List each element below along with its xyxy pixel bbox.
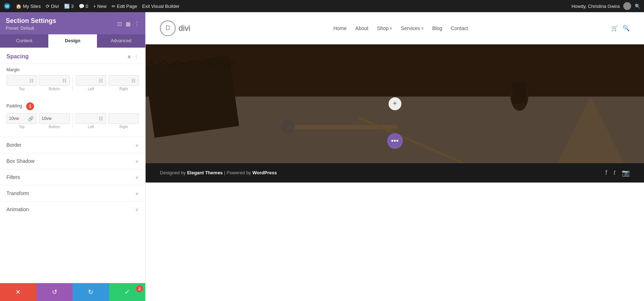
padding-group: Padding 1 🔗 Top Bo [0, 99, 145, 137]
more-options-icon[interactable]: ⋮ [134, 21, 140, 27]
border-row[interactable]: Border ∨ [0, 137, 145, 153]
padding-right-input[interactable] [111, 116, 136, 121]
wp-logo-link[interactable]: W [4, 3, 11, 10]
padding-bottom-label: Bottom [49, 125, 60, 129]
border-chevron-icon: ∨ [135, 142, 139, 148]
hero-add-button[interactable]: + [389, 97, 401, 110]
margin-divider [73, 75, 73, 91]
padding-left-group: ⛓ Left [76, 113, 106, 129]
padding-left-input-wrap[interactable]: ⛓ [76, 113, 106, 124]
exit-builder-link[interactable]: Exit Visual Builder [142, 4, 180, 9]
margin-bottom-group: ⛓ Bottom [39, 75, 69, 91]
panel-subtitle: Preset: Default [6, 26, 56, 31]
box-shadow-row[interactable]: Box Shadow ∨ [0, 153, 145, 169]
padding-left-link-icon[interactable]: ⛓ [98, 116, 103, 121]
search-nav-icon[interactable]: 🔍 [623, 25, 630, 31]
margin-right-link-icon[interactable]: ⛓ [131, 78, 136, 83]
services-chevron-icon: ∨ [421, 26, 424, 30]
hero-section: + ••• [146, 44, 644, 163]
cancel-icon: ✕ [15, 288, 21, 296]
margin-top-link-icon[interactable]: ⛓ [29, 78, 34, 83]
hero-more-button[interactable]: ••• [387, 133, 403, 149]
save-icon: ✓ [125, 288, 130, 296]
padding-top-input[interactable] [9, 116, 27, 121]
filters-row[interactable]: Filters ∨ [0, 169, 145, 185]
nav-shop[interactable]: Shop ∨ [377, 25, 392, 31]
margin-top-label: Top [19, 87, 25, 91]
spacing-more-icon[interactable]: ⋮ [134, 54, 139, 59]
undo-button[interactable]: ↺ [36, 283, 73, 301]
margin-right-input-wrap[interactable]: ⛓ [108, 75, 139, 86]
edit-page-link[interactable]: ✏ Edit Page [112, 4, 137, 9]
comments-link[interactable]: 💬 0 [79, 4, 88, 9]
wordpress-link[interactable]: WordPress [252, 170, 277, 175]
spacing-header-right: ∧ ⋮ [127, 54, 139, 59]
panel-content: Spacing ∧ ⋮ Margin ⛓ Top [0, 48, 145, 283]
margin-bottom-input[interactable] [42, 78, 61, 83]
padding-top-input-wrap[interactable]: 🔗 [6, 113, 37, 124]
animation-row[interactable]: Animation ∨ [0, 201, 145, 217]
twitter-icon[interactable]: t [614, 169, 615, 177]
padding-link-icon[interactable]: 🔗 [28, 116, 34, 121]
collapse-spacing-btn[interactable]: ∧ [127, 54, 131, 59]
transform-chevron-icon: ∨ [135, 191, 139, 196]
transform-row[interactable]: Transform ∨ [0, 185, 145, 201]
transform-label: Transform [6, 190, 29, 196]
cart-icon[interactable]: 🛒 [611, 25, 618, 31]
nav-blog[interactable]: Blog [432, 25, 442, 31]
margin-bottom-input-wrap[interactable]: ⛓ [39, 75, 69, 86]
margin-left-input-wrap[interactable]: ⛓ [76, 75, 106, 86]
padding-label-row: Padding 1 [6, 102, 139, 110]
footer-social: f t 📷 [605, 169, 630, 177]
tab-advanced[interactable]: Advanced [97, 34, 145, 48]
margin-label: Margin [6, 67, 139, 72]
redo-icon: ↻ [88, 288, 93, 296]
padding-right-label: Right [119, 125, 128, 129]
margin-left-link-icon[interactable]: ⛓ [98, 78, 103, 83]
facebook-icon[interactable]: f [605, 169, 607, 177]
avatar [623, 2, 631, 10]
new-link[interactable]: + New [93, 4, 107, 9]
nav-about[interactable]: About [355, 25, 369, 31]
padding-left-input[interactable] [78, 116, 98, 121]
margin-top-input[interactable] [9, 78, 28, 83]
padding-bottom-input[interactable] [42, 116, 67, 121]
cancel-button[interactable]: ✕ [0, 283, 36, 301]
save-button[interactable]: ✓ 2 [109, 283, 146, 301]
tab-content[interactable]: Content [0, 34, 48, 48]
footer-mid: | Powered by [224, 170, 252, 175]
footer-text: Designed by Elegant Themes | Powered by … [160, 170, 277, 175]
nav-services[interactable]: Services ∨ [401, 25, 424, 31]
margin-top-input-wrap[interactable]: ⛓ [6, 75, 37, 86]
panel-header-icons: ⊡ ▦ ⋮ [117, 21, 140, 27]
padding-bottom-input-wrap[interactable] [39, 113, 69, 124]
resize-icon[interactable]: ⊡ [117, 21, 122, 27]
comments-count[interactable]: 🔄 3 [64, 4, 74, 9]
nav-home[interactable]: Home [333, 25, 347, 31]
nav-contact[interactable]: Contact [451, 25, 468, 31]
border-label: Border [6, 142, 21, 148]
margin-left-input[interactable] [78, 78, 98, 83]
layout-icon[interactable]: ▦ [126, 21, 131, 27]
padding-top-label: Top [19, 125, 25, 129]
margin-left-group: ⛓ Left [76, 75, 106, 91]
logo-circle: D [160, 20, 176, 36]
redo-button[interactable]: ↻ [73, 283, 109, 301]
tab-design[interactable]: Design [48, 34, 97, 48]
margin-right-input[interactable] [111, 78, 130, 83]
save-badge: 2 [136, 285, 143, 292]
pencil-icon: ✏ [112, 4, 116, 9]
instagram-icon[interactable]: 📷 [622, 169, 630, 177]
divi-link[interactable]: ⟳ Divi [46, 4, 59, 9]
my-sites-link[interactable]: 🏠 My Sites [16, 4, 41, 9]
admin-bar-left: W 🏠 My Sites ⟳ Divi 🔄 3 💬 0 + New ✏ Edit… [4, 3, 180, 10]
admin-bar-right: Howdy, Christina Gwira 🔍 [571, 2, 640, 10]
search-icon[interactable]: 🔍 [635, 4, 640, 9]
elegant-themes-link[interactable]: Elegant Themes [187, 170, 223, 175]
svg-text:W: W [5, 4, 9, 9]
box-shadow-label: Box Shadow [6, 158, 35, 164]
margin-bottom-label: Bottom [49, 87, 60, 91]
padding-right-input-wrap[interactable] [108, 113, 139, 124]
margin-bottom-link-icon[interactable]: ⛓ [62, 78, 67, 83]
padding-top-group: 🔗 Top [6, 113, 37, 129]
